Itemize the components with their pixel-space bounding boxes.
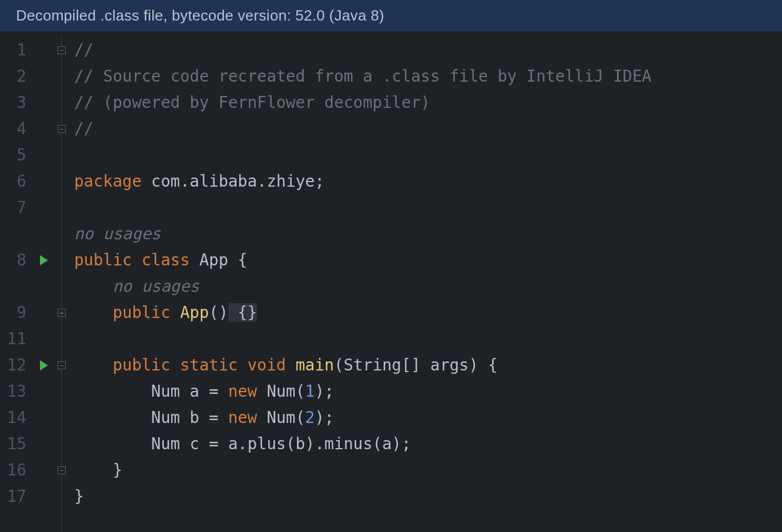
run-gutter-empty bbox=[33, 63, 55, 90]
fold-gutter-empty bbox=[55, 483, 68, 510]
line-number-gutter: 12345678911121314151617 bbox=[0, 31, 33, 532]
line-number: 17 bbox=[0, 483, 26, 510]
code-line[interactable]: Num a = new Num(1); bbox=[74, 378, 782, 405]
code-line[interactable]: no usages bbox=[74, 221, 782, 247]
fold-collapse-icon[interactable]: − bbox=[55, 37, 68, 63]
line-number: 13 bbox=[0, 378, 26, 405]
code-line[interactable]: // bbox=[74, 116, 782, 142]
code-line[interactable]: // bbox=[74, 37, 782, 63]
fold-gutter-empty bbox=[55, 142, 68, 168]
line-number: 11 bbox=[0, 326, 26, 352]
run-gutter-empty bbox=[33, 90, 55, 116]
fold-gutter-empty bbox=[55, 273, 68, 300]
line-number: 4 bbox=[0, 116, 26, 142]
run-gutter-empty bbox=[33, 168, 55, 195]
run-gutter-empty bbox=[33, 300, 55, 326]
decompiled-banner: Decompiled .class file, bytecode version… bbox=[0, 0, 782, 31]
fold-gutter-empty bbox=[55, 90, 68, 116]
code-line[interactable]: // Source code recreated from a .class f… bbox=[74, 63, 782, 90]
line-number: 2 bbox=[0, 63, 26, 90]
run-icon[interactable] bbox=[33, 352, 55, 378]
run-gutter-empty bbox=[33, 405, 55, 431]
code-editor[interactable]: 12345678911121314151617 −−+−− //// Sourc… bbox=[0, 31, 782, 532]
line-number: 12 bbox=[0, 352, 26, 378]
fold-expand-icon[interactable]: + bbox=[55, 300, 68, 326]
run-gutter-empty bbox=[33, 326, 55, 352]
code-area[interactable]: //// Source code recreated from a .class… bbox=[68, 31, 782, 532]
run-gutter-empty bbox=[33, 195, 55, 221]
fold-gutter: −−+−− bbox=[55, 31, 68, 532]
line-number: 16 bbox=[0, 457, 26, 483]
fold-collapse-icon[interactable]: − bbox=[55, 116, 68, 142]
code-line[interactable]: public class App { bbox=[74, 247, 782, 273]
fold-gutter-empty bbox=[55, 247, 68, 273]
code-line[interactable] bbox=[74, 326, 782, 352]
code-line[interactable]: public static void main(String[] args) { bbox=[74, 352, 782, 378]
fold-gutter-empty bbox=[55, 378, 68, 405]
run-gutter-empty bbox=[33, 116, 55, 142]
run-gutter-empty bbox=[33, 221, 55, 247]
code-line[interactable]: Num b = new Num(2); bbox=[74, 405, 782, 431]
line-number: 5 bbox=[0, 142, 26, 168]
fold-collapse-icon[interactable]: − bbox=[55, 352, 68, 378]
line-number: 1 bbox=[0, 37, 26, 63]
run-gutter bbox=[33, 31, 55, 532]
banner-text: Decompiled .class file, bytecode version… bbox=[16, 7, 384, 24]
line-number: 14 bbox=[0, 405, 26, 431]
line-number: 9 bbox=[0, 300, 26, 326]
run-icon[interactable] bbox=[33, 247, 55, 273]
run-gutter-empty bbox=[33, 273, 55, 300]
code-line[interactable] bbox=[74, 142, 782, 168]
fold-gutter-empty bbox=[55, 431, 68, 457]
fold-gutter-empty bbox=[55, 326, 68, 352]
line-number bbox=[0, 221, 26, 247]
line-number: 7 bbox=[0, 195, 26, 221]
line-number bbox=[0, 273, 26, 300]
fold-gutter-empty bbox=[55, 405, 68, 431]
run-gutter-empty bbox=[33, 378, 55, 405]
fold-gutter-empty bbox=[55, 63, 68, 90]
run-gutter-empty bbox=[33, 431, 55, 457]
line-number: 15 bbox=[0, 431, 26, 457]
line-number: 3 bbox=[0, 90, 26, 116]
code-line[interactable]: } bbox=[74, 483, 782, 510]
fold-gutter-empty bbox=[55, 195, 68, 221]
run-gutter-empty bbox=[33, 483, 55, 510]
code-line[interactable]: public App() {} bbox=[74, 300, 782, 326]
run-gutter-empty bbox=[33, 457, 55, 483]
code-line[interactable]: no usages bbox=[74, 273, 782, 300]
line-number: 8 bbox=[0, 247, 26, 273]
fold-gutter-empty bbox=[55, 168, 68, 195]
run-gutter-empty bbox=[33, 142, 55, 168]
fold-collapse-icon[interactable]: − bbox=[55, 457, 68, 483]
fold-gutter-empty bbox=[55, 221, 68, 247]
code-line[interactable] bbox=[74, 195, 782, 221]
code-line[interactable]: Num c = a.plus(b).minus(a); bbox=[74, 431, 782, 457]
run-gutter-empty bbox=[33, 37, 55, 63]
line-number: 6 bbox=[0, 168, 26, 195]
code-line[interactable]: // (powered by FernFlower decompiler) bbox=[74, 90, 782, 116]
code-line[interactable]: } bbox=[74, 457, 782, 483]
code-line[interactable]: package com.alibaba.zhiye; bbox=[74, 168, 782, 195]
